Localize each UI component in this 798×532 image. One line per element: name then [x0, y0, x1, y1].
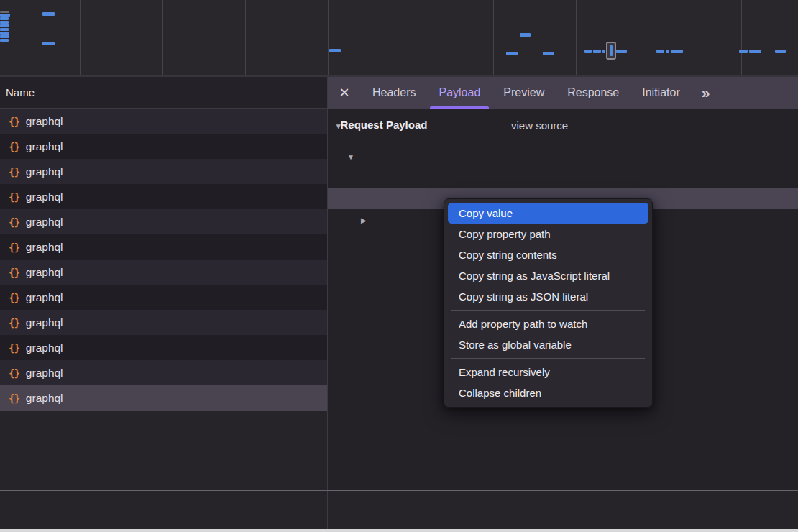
request-name: graphql [26, 165, 63, 178]
tab-preview[interactable]: Preview [492, 77, 556, 109]
request-row[interactable]: {}graphql [0, 360, 327, 385]
overview-request-bar [543, 52, 554, 55]
menu-item-copy-value[interactable]: Copy value [448, 203, 648, 224]
overview-request-bar [739, 50, 748, 53]
overview-request-bar [0, 17, 9, 20]
network-overview[interactable] [0, 0, 798, 77]
request-name: graphql [26, 266, 63, 279]
json-braces-icon: {} [9, 393, 19, 404]
json-braces-icon: {} [9, 267, 19, 278]
request-row[interactable]: {}graphql [0, 385, 327, 411]
request-name: graphql [26, 316, 63, 329]
request-payload-title: ▾Request Payload [336, 119, 427, 131]
menu-item-copy-string-as-json-literal[interactable]: Copy string as JSON literal [444, 286, 652, 307]
request-row[interactable]: {}graphql [0, 234, 327, 260]
payload-root-row[interactable]: ▼ {operationName: "ipFlowTimeseries", va… [328, 147, 798, 168]
request-name: graphql [26, 341, 63, 354]
json-braces-icon: {} [9, 342, 19, 354]
overview-request-bar [0, 21, 9, 24]
json-braces-icon: {} [9, 317, 19, 329]
overview-gridline [493, 0, 494, 75]
overview-request-bar [506, 52, 518, 55]
more-tabs-button[interactable]: » [696, 77, 715, 109]
overview-request-bar [0, 39, 9, 42]
menu-item-copy-property-path[interactable]: Copy property path [444, 224, 652, 244]
overview-gridline [741, 0, 742, 75]
request-name: graphql [26, 140, 63, 153]
json-braces-icon: {} [9, 166, 19, 178]
json-braces-icon: {} [9, 367, 19, 379]
overview-request-bar [671, 50, 683, 53]
operation-name-row[interactable]: operationName: "ipFlowTimeseries" [328, 168, 798, 188]
triangle-right-icon[interactable]: ▶ [361, 210, 367, 231]
triangle-down-icon[interactable]: ▼ [347, 147, 354, 168]
overview-request-bar [520, 33, 531, 37]
request-row[interactable]: {}graphql [0, 134, 327, 159]
request-name: graphql [26, 367, 63, 380]
window-bottom-edge [0, 529, 798, 532]
menu-item-expand-recursively[interactable]: Expand recursively [444, 362, 652, 382]
overview-request-bar [616, 50, 627, 53]
view-source-link[interactable]: view source [511, 119, 568, 132]
tab-response[interactable]: Response [556, 77, 630, 109]
overview-request-bar [584, 50, 592, 53]
overview-request-bar [0, 24, 9, 27]
menu-item-copy-string-as-javascript-literal[interactable]: Copy string as JavaScript literal [444, 265, 652, 286]
request-row[interactable]: {}graphql [0, 285, 327, 310]
overview-horizontal-gridline [0, 17, 798, 17]
request-row[interactable]: {}graphql [0, 335, 327, 360]
json-braces-icon: {} [9, 216, 19, 228]
request-row[interactable]: {}graphql [0, 159, 327, 184]
overview-selected-marker-tick [610, 45, 613, 56]
overview-request-bar [42, 42, 55, 45]
request-name: graphql [26, 291, 63, 304]
request-row[interactable]: {}graphql [0, 310, 327, 335]
menu-item-add-property-path-to-watch[interactable]: Add property path to watch [444, 313, 652, 334]
overview-request-bar [775, 50, 786, 53]
menu-item-store-as-global-variable[interactable]: Store as global variable [444, 334, 652, 355]
context-menu: Copy valueCopy property pathCopy string … [444, 198, 653, 408]
overview-request-bar [0, 28, 9, 31]
overview-request-bar [0, 14, 10, 17]
request-name: graphql [26, 191, 63, 203]
request-list: {}graphql{}graphql{}graphql{}graphql{}gr… [0, 109, 327, 490]
overview-gridline [245, 0, 246, 75]
json-braces-icon: {} [9, 141, 19, 152]
overview-request-bar [0, 32, 9, 35]
menu-item-collapse-children[interactable]: Collapse children [444, 382, 652, 403]
request-row[interactable]: {}graphql [0, 209, 327, 234]
request-payload-section[interactable]: ▾Request Payload view source [328, 119, 798, 139]
tab-initiator[interactable]: Initiator [630, 77, 691, 109]
overview-request-bar [593, 50, 601, 53]
tabs-host: HeadersPayloadPreviewResponseInitiator [361, 77, 692, 109]
name-column-header[interactable]: Name [0, 77, 328, 109]
request-row[interactable]: {}graphql [0, 109, 327, 134]
overview-request-bar [42, 12, 55, 16]
request-row[interactable]: {}graphql [0, 260, 327, 285]
request-name: graphql [26, 392, 63, 405]
chevron-double-right-icon: » [702, 84, 709, 101]
overview-gridline [80, 0, 81, 75]
overview-gridline [328, 0, 329, 75]
overview-gridline [576, 0, 577, 75]
close-icon: ✕ [339, 85, 349, 101]
overview-request-bar [656, 50, 664, 53]
json-braces-icon: {} [9, 292, 19, 303]
overview-request-bar [749, 50, 761, 53]
overview-request-bar [0, 11, 9, 13]
json-braces-icon: {} [9, 242, 19, 253]
close-detail-button[interactable]: ✕ [328, 77, 361, 109]
overview-gridline [162, 0, 163, 75]
menu-separator [451, 310, 645, 311]
tab-payload[interactable]: Payload [427, 77, 492, 109]
footer-bar [0, 491, 798, 529]
menu-item-copy-string-contents[interactable]: Copy string contents [444, 244, 652, 265]
overview-request-bar [666, 50, 669, 53]
request-row[interactable]: {}graphql [0, 184, 327, 209]
pane-divider[interactable] [327, 77, 328, 529]
name-column-label: Name [6, 86, 35, 98]
json-braces-icon: {} [9, 116, 19, 127]
overview-request-bar [329, 49, 341, 52]
tab-headers[interactable]: Headers [361, 77, 427, 109]
json-braces-icon: {} [9, 191, 19, 203]
